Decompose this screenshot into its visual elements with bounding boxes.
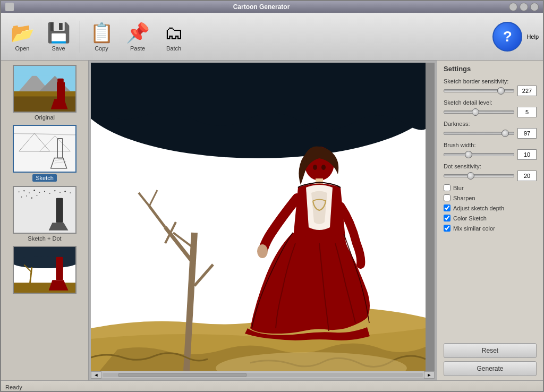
color-sketch-checkbox[interactable] bbox=[444, 215, 450, 221]
thumbnail-color-cartoon-image bbox=[13, 246, 76, 294]
svg-point-29 bbox=[26, 195, 27, 197]
app-title: Cartoon Generator bbox=[14, 3, 509, 11]
scroll-track[interactable] bbox=[103, 373, 423, 377]
app-icon bbox=[5, 3, 14, 11]
horizontal-scrollbar[interactable]: ◄ ► bbox=[91, 371, 435, 378]
help-label: Help bbox=[526, 33, 539, 40]
brush-width-input[interactable] bbox=[517, 149, 537, 160]
brush-width-setting: Brush width: bbox=[444, 142, 537, 160]
brush-width-label: Brush width: bbox=[444, 142, 537, 148]
help-button[interactable]: ? bbox=[492, 22, 522, 52]
svg-point-55 bbox=[257, 244, 268, 258]
brush-width-control bbox=[444, 149, 537, 160]
main-area: Original bbox=[1, 61, 543, 380]
batch-button[interactable]: 🗂 Batch bbox=[157, 15, 191, 58]
minimize-button[interactable] bbox=[509, 3, 517, 11]
thumbnail-panel: Original bbox=[1, 61, 89, 380]
sketch-detail-thumb[interactable] bbox=[472, 108, 479, 116]
darkness-setting: Darkness: bbox=[444, 121, 537, 139]
blur-label: Blur bbox=[453, 185, 464, 191]
svg-rect-8 bbox=[14, 126, 75, 172]
thumbnail-original[interactable]: Original bbox=[5, 65, 84, 121]
sketch-border-input[interactable] bbox=[517, 86, 537, 96]
sketch-detail-slider[interactable] bbox=[444, 110, 514, 114]
statusbar: Ready bbox=[1, 380, 543, 392]
generate-button[interactable]: Generate bbox=[444, 361, 537, 376]
dot-sensitivity-slider[interactable] bbox=[444, 174, 514, 177]
sketch-detail-input[interactable] bbox=[517, 107, 537, 117]
thumbnail-sketch-image bbox=[13, 125, 76, 173]
scroll-right-button[interactable]: ► bbox=[424, 371, 435, 379]
color-sketch-row: Color Sketch bbox=[444, 215, 537, 221]
save-button[interactable]: 💾 Save bbox=[41, 15, 75, 58]
copy-label: Copy bbox=[95, 45, 108, 52]
sketch-detail-label: Sketch detail level: bbox=[444, 99, 537, 106]
sharpen-label: Sharpen bbox=[453, 195, 475, 201]
svg-point-56 bbox=[313, 165, 317, 170]
sharpen-checkbox-row: Sharpen bbox=[444, 194, 537, 201]
open-button[interactable]: 📂 Open bbox=[5, 15, 39, 58]
svg-point-17 bbox=[19, 191, 20, 192]
help-icon: ? bbox=[503, 28, 512, 45]
mix-similar-color-checkbox[interactable] bbox=[444, 225, 450, 232]
svg-point-24 bbox=[54, 190, 55, 191]
dot-sensitivity-input[interactable] bbox=[517, 171, 537, 181]
thumbnail-sketch-label: Sketch bbox=[32, 174, 57, 182]
svg-point-19 bbox=[29, 192, 30, 193]
darkness-input[interactable] bbox=[517, 128, 537, 139]
canvas-viewport[interactable] bbox=[91, 63, 435, 371]
adjust-sketch-depth-checkbox[interactable] bbox=[444, 204, 450, 211]
close-button[interactable] bbox=[530, 3, 539, 11]
brush-width-slider[interactable] bbox=[444, 153, 514, 156]
darkness-label: Darkness: bbox=[444, 121, 537, 127]
sketch-border-thumb[interactable] bbox=[497, 87, 505, 95]
thumbnail-sketch[interactable]: Sketch bbox=[5, 125, 84, 182]
sketch-border-setting: Sketch border sensitivity: bbox=[444, 78, 537, 96]
mix-similar-color-label: Mix similar color bbox=[453, 225, 495, 232]
paste-button[interactable]: 📌 Paste bbox=[121, 15, 155, 58]
copy-button[interactable]: 📋 Copy bbox=[84, 15, 118, 58]
svg-point-27 bbox=[70, 192, 71, 193]
window-controls bbox=[509, 3, 539, 11]
batch-label: Batch bbox=[166, 45, 181, 52]
thumbnail-list[interactable]: Original bbox=[1, 61, 88, 380]
color-sketch-label: Color Sketch bbox=[453, 215, 487, 221]
sketch-border-slider[interactable] bbox=[444, 89, 514, 92]
adjust-sketch-depth-label: Adjust sketch depth bbox=[453, 205, 504, 211]
scroll-thumb[interactable] bbox=[118, 373, 246, 377]
open-label: Open bbox=[15, 45, 30, 52]
paste-icon: 📌 bbox=[126, 22, 150, 44]
darkness-slider[interactable] bbox=[444, 132, 514, 135]
sketch-detail-setting: Sketch detail level: bbox=[444, 99, 537, 117]
svg-point-25 bbox=[60, 192, 61, 193]
svg-point-30 bbox=[31, 198, 32, 199]
maximize-button[interactable] bbox=[520, 3, 528, 11]
svg-point-28 bbox=[21, 197, 22, 198]
original-thumb-svg bbox=[14, 65, 75, 113]
batch-icon: 🗂 bbox=[164, 22, 183, 44]
dot-sensitivity-thumb[interactable] bbox=[467, 172, 474, 180]
titlebar: Cartoon Generator bbox=[1, 1, 543, 13]
sketch-detail-control bbox=[444, 107, 537, 117]
blur-checkbox[interactable] bbox=[444, 184, 450, 191]
svg-point-23 bbox=[49, 193, 50, 194]
scroll-left-button[interactable]: ◄ bbox=[91, 371, 101, 379]
paste-label: Paste bbox=[130, 45, 145, 52]
svg-point-18 bbox=[23, 190, 24, 191]
thumbnail-sketch-dot[interactable]: Sketch + Dot bbox=[5, 186, 84, 242]
reset-button[interactable]: Reset bbox=[444, 343, 537, 358]
adjust-sketch-depth-row: Adjust sketch depth bbox=[444, 204, 537, 211]
svg-point-31 bbox=[37, 195, 38, 196]
brush-width-thumb[interactable] bbox=[465, 151, 472, 158]
svg-rect-38 bbox=[56, 257, 63, 280]
svg-point-26 bbox=[64, 191, 66, 192]
svg-point-21 bbox=[39, 192, 40, 193]
toolbar-separator bbox=[80, 21, 80, 53]
svg-rect-32 bbox=[56, 198, 63, 223]
svg-point-57 bbox=[321, 165, 326, 170]
thumbnail-color-cartoon[interactable] bbox=[5, 246, 84, 295]
darkness-thumb[interactable] bbox=[502, 130, 509, 137]
sharpen-checkbox[interactable] bbox=[444, 194, 450, 201]
canvas-area: ◄ ► bbox=[89, 61, 437, 380]
sketch-border-label: Sketch border sensitivity: bbox=[444, 78, 537, 84]
